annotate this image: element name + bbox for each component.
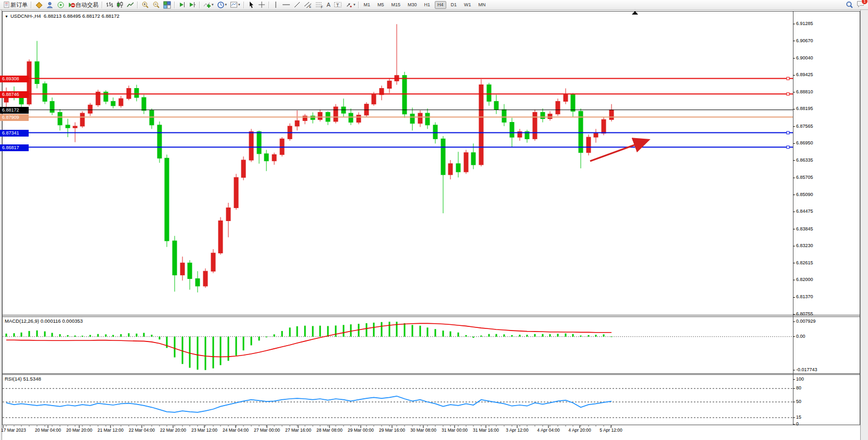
macd-values: 0.000116 0.000353	[41, 318, 83, 324]
auto-trading-button[interactable]: 自动交易	[66, 1, 100, 9]
profile-button[interactable]	[44, 1, 55, 9]
macd-histogram-bar	[565, 334, 567, 337]
dropdown-caret: ▾	[353, 3, 356, 7]
candle-body	[510, 123, 514, 138]
macd-histogram-bar	[420, 326, 421, 337]
candle-body	[119, 99, 123, 106]
macd-histogram-bar	[120, 334, 122, 337]
tile-windows-icon	[163, 1, 171, 9]
line-handle[interactable]	[3, 131, 5, 134]
zoom-in-button[interactable]	[140, 1, 151, 9]
candle-body	[418, 113, 422, 124]
macd-histogram-bar	[236, 337, 237, 356]
crosshair-button[interactable]	[256, 1, 267, 9]
macd-histogram-bar	[572, 334, 574, 337]
macd-histogram-bar	[534, 334, 536, 337]
line-handle[interactable]	[787, 131, 789, 134]
chart-canvas[interactable]	[0, 0, 868, 440]
candle-body	[456, 164, 460, 172]
signal-button[interactable]	[55, 1, 66, 9]
macd-histogram-bar	[381, 322, 383, 337]
macd-histogram-bar	[412, 325, 413, 337]
candle-body	[80, 113, 84, 126]
timeframe-button-M5[interactable]: M5	[375, 1, 387, 9]
timeframe-button-M30[interactable]: M30	[405, 1, 420, 9]
auto-scroll-button[interactable]	[177, 1, 187, 9]
candle-body	[571, 95, 575, 112]
arrows-button[interactable]: ▾	[344, 1, 357, 9]
macd-histogram-bar	[251, 337, 252, 346]
candle-body	[19, 98, 23, 104]
macd-histogram-bar	[259, 337, 260, 341]
trend-arrow-annotation[interactable]	[590, 140, 647, 161]
macd-histogram-bar	[519, 335, 521, 337]
macd-histogram-bar	[450, 332, 451, 337]
candle-body	[425, 113, 430, 125]
metaeditor-button[interactable]	[33, 1, 44, 9]
chart-menu-toggle-icon[interactable]: ▼	[5, 15, 8, 18]
channel-button[interactable]: E	[302, 1, 314, 9]
new-order-button[interactable]: 新订单	[2, 1, 29, 9]
toolbar-separator	[199, 2, 200, 8]
macd-histogram-bar	[366, 323, 368, 337]
line-handle[interactable]	[787, 93, 789, 95]
timeframe-button-W1[interactable]: W1	[461, 1, 474, 9]
macd-histogram-bar	[335, 325, 337, 336]
text-label-button[interactable]: T	[332, 1, 344, 9]
macd-histogram-bar	[197, 337, 199, 370]
macd-histogram-bar	[36, 331, 38, 337]
fibonacci-button[interactable]: F	[314, 1, 325, 9]
macd-histogram-bar	[504, 334, 505, 336]
trading-terminal: 新订单 自动交易 ▾ ▾ ▾ E F A T ▾	[0, 0, 868, 440]
candle-body	[218, 221, 223, 253]
candle-body	[195, 279, 200, 286]
candle-body	[142, 97, 146, 111]
timeframe-button-M15[interactable]: M15	[388, 1, 403, 9]
candle-body	[334, 107, 338, 121]
chart-shift-marker[interactable]	[632, 11, 638, 15]
candle-body	[12, 92, 16, 97]
cursor-button[interactable]	[246, 1, 256, 9]
candle-body	[264, 154, 268, 161]
timeframe-button-H4[interactable]: H4	[435, 1, 446, 9]
candlestick-chart-button[interactable]	[115, 1, 125, 9]
bar-chart-icon	[106, 1, 113, 8]
svg-text:F: F	[321, 5, 323, 9]
timeframe-button-H1[interactable]: H1	[421, 1, 433, 9]
horizontal-line-button[interactable]	[280, 1, 292, 9]
macd-histogram-bar	[466, 335, 467, 337]
macd-histogram-bar	[389, 322, 390, 337]
candle-body	[226, 208, 230, 221]
line-handle[interactable]	[3, 146, 5, 149]
vertical-line-button[interactable]	[271, 1, 280, 9]
line-handle[interactable]	[787, 146, 789, 149]
chart-shift-button[interactable]	[187, 1, 198, 9]
candle-body	[410, 114, 414, 124]
notifications-button[interactable]: 1	[857, 0, 865, 10]
line-chart-button[interactable]	[125, 1, 136, 9]
search-icon[interactable]	[846, 1, 853, 9]
candle-body	[372, 95, 376, 104]
macd-histogram-bar	[350, 324, 352, 337]
text-button[interactable]: A	[325, 1, 332, 9]
timeframe-button-M1[interactable]: M1	[361, 1, 373, 9]
macd-histogram-bar	[404, 323, 406, 337]
templates-button[interactable]: ▾	[228, 1, 242, 9]
timeframe-button-D1[interactable]: D1	[448, 1, 460, 9]
tile-windows-button[interactable]	[162, 1, 173, 9]
zoom-out-button[interactable]	[151, 1, 162, 9]
periods-button[interactable]: ▾	[215, 1, 229, 9]
macd-histogram-bar	[373, 323, 375, 337]
chart-ohlc-values: 6.88213 6.88495 6.88172 6.88172	[44, 13, 119, 19]
candle-body	[471, 153, 475, 165]
indicators-button[interactable]: ▾	[202, 1, 215, 9]
macd-histogram-bar	[473, 337, 474, 338]
crosshair-icon	[258, 1, 265, 8]
trendline-button[interactable]	[292, 1, 302, 9]
macd-histogram-bar	[29, 331, 30, 337]
timeframe-button-MN[interactable]: MN	[476, 1, 488, 9]
line-handle[interactable]	[787, 77, 789, 80]
candle-body	[50, 101, 54, 112]
bar-chart-button[interactable]	[104, 1, 115, 9]
macd-histogram-bar	[75, 336, 76, 337]
